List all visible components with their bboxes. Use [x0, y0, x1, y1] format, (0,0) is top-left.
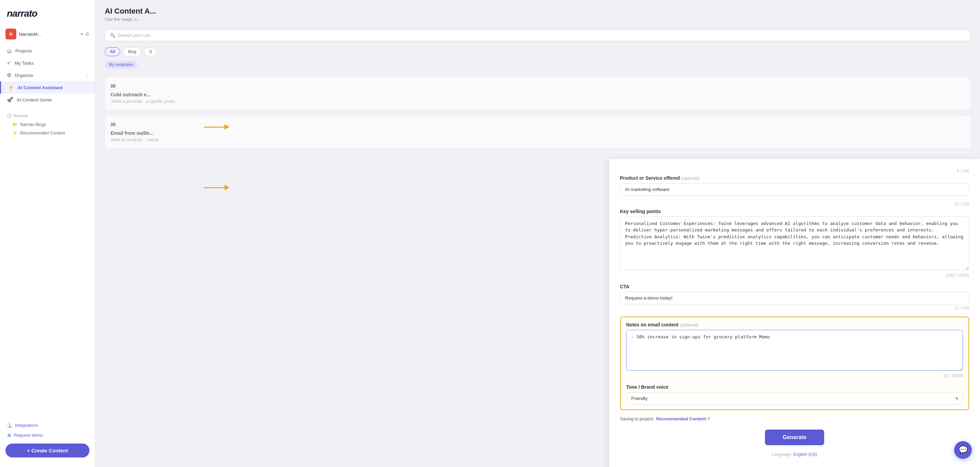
recent-recommended-content[interactable]: ⚡ Recommended Content: [0, 129, 95, 137]
arrow-tone: [204, 185, 229, 190]
card-email-from-outline[interactable]: ✉ Email from outlin... Write an email be…: [105, 115, 970, 149]
key-selling-max: 1288 / 10000: [620, 273, 969, 278]
tone-select[interactable]: Friendly Professional Casual Formal Pers…: [626, 392, 963, 405]
templates-bar: My templates: [95, 58, 980, 71]
search-icon: 🔍: [110, 33, 115, 38]
notes-group: Notes on email content (optional) 52 / 1…: [626, 322, 963, 378]
main-header: AI Content A... Use the magic o...: [95, 0, 980, 25]
app-logo: narrato: [0, 5, 95, 26]
saving-project-link[interactable]: Recommended Content ↗: [656, 416, 710, 421]
anchor-icon: ⚓: [7, 423, 12, 428]
card-description: "Write a personal... a specific produ...: [111, 99, 965, 105]
notes-textarea[interactable]: [626, 330, 963, 371]
sidebar-item-projects[interactable]: 🗂 Projects: [0, 45, 95, 57]
card-description-2: Write an email be... outline: [111, 137, 965, 143]
recent-narrato-blogs[interactable]: 📁 Narrato Blogs: [0, 120, 95, 129]
notes-counter: 52 / 10000: [626, 373, 963, 378]
sidebar-item-organize[interactable]: ⚙ Organize ›: [0, 69, 95, 81]
product-counter: 5 / 100: [620, 169, 969, 173]
email-icon: ✉: [111, 82, 965, 90]
user-profile[interactable]: N NarratoM... ▾ ⚙: [0, 26, 95, 45]
product-label: Product or Service offered (optional): [620, 175, 969, 181]
ai-assistant-icon: ⚡: [8, 84, 14, 91]
integrations-link[interactable]: ⚓ Integrations: [5, 420, 89, 430]
filter-bar: All Blog S: [95, 45, 980, 58]
sidebar: narrato N NarratoM... ▾ ⚙ 🗂 Projects ✓ M…: [0, 0, 95, 467]
external-link-icon: ↗: [707, 417, 710, 421]
key-selling-label: Key selling points: [620, 209, 969, 214]
card-cold-outreach[interactable]: ✉ Cold outreach e... "Write a personal..…: [105, 77, 970, 110]
notes-label: Notes on email content (optional): [626, 322, 963, 327]
sidebar-item-ai-content-genie[interactable]: 🚀 AI Content Genie: [0, 94, 95, 106]
avatar: N: [5, 29, 16, 40]
filter-s[interactable]: S: [144, 47, 157, 56]
key-selling-group: Key selling points 1288 / 10000: [620, 209, 969, 278]
product-group: Product or Service offered (optional): [620, 175, 969, 196]
tasks-icon: ✓: [7, 60, 11, 66]
sidebar-item-my-tasks[interactable]: ✓ My Tasks: [0, 57, 95, 69]
tone-select-wrapper: Friendly Professional Casual Formal Pers…: [626, 392, 963, 405]
projects-icon: 🗂: [7, 48, 12, 54]
tone-label: Tone / Brand voice: [626, 384, 963, 390]
page-title: AI Content A...: [105, 7, 970, 16]
dropdown-icon[interactable]: ▾: [81, 31, 83, 37]
sidebar-bottom: ⚓ Integrations 🖥 Request demo + Create C…: [0, 416, 95, 462]
lightning-icon: ⚡: [12, 131, 18, 135]
page-subtitle: Use the magic o...: [105, 17, 970, 22]
organize-arrow: ›: [87, 73, 88, 78]
clock-icon: 🕐: [7, 113, 11, 118]
username-label: NarratoM...: [19, 32, 78, 37]
main-area: AI Content A... Use the magic o... 🔍 Sea…: [95, 0, 980, 467]
recents-section: 🕐 Recents: [0, 111, 95, 120]
chat-bubble[interactable]: 💬: [954, 441, 972, 459]
settings-icon[interactable]: ⚙: [85, 31, 89, 37]
email-icon-2: ✉: [111, 121, 965, 128]
language-row: Language: English (US): [620, 452, 969, 457]
request-demo-link[interactable]: 🖥 Request demo: [5, 430, 89, 440]
search-bar[interactable]: 🔍 Search your use...: [105, 29, 970, 41]
monitor-icon: 🖥: [7, 433, 11, 438]
product-input[interactable]: [620, 183, 969, 196]
generate-button[interactable]: Generate: [765, 430, 824, 445]
sidebar-item-ai-content-assistant[interactable]: ⚡ AI Content Assistant: [0, 81, 95, 94]
filter-all[interactable]: All: [105, 47, 120, 56]
highlighted-group: Notes on email content (optional) 52 / 1…: [620, 317, 969, 410]
form-panel: 5 / 100 Product or Service offered (opti…: [609, 159, 980, 467]
cta-counter: 21 / 100: [620, 306, 969, 311]
key-selling-textarea[interactable]: [620, 217, 969, 271]
cards-area: ✉ Cold outreach e... "Write a personal..…: [95, 71, 980, 159]
card-title-2: Email from outlin...: [111, 131, 965, 136]
my-templates-tag[interactable]: My templates: [105, 61, 137, 69]
cta-input[interactable]: [620, 292, 969, 304]
create-content-button[interactable]: + Create Content: [5, 443, 89, 457]
filter-blog[interactable]: Blog: [123, 47, 141, 56]
card-title: Cold outreach e...: [111, 92, 965, 97]
tone-group: Tone / Brand voice Friendly Professional…: [626, 384, 963, 405]
cta-group: CTA 21 / 100: [620, 284, 969, 311]
cta-label: CTA: [620, 284, 969, 289]
language-link[interactable]: English (US): [793, 452, 817, 457]
saving-row: Saving to project: Recommended Content ↗: [620, 416, 969, 421]
organize-icon: ⚙: [7, 72, 11, 78]
folder-icon: 📁: [12, 122, 18, 127]
ai-genie-icon: 🚀: [7, 97, 13, 103]
generate-row: Generate: [620, 430, 969, 445]
key-selling-counter: 21 / 100: [620, 202, 969, 207]
